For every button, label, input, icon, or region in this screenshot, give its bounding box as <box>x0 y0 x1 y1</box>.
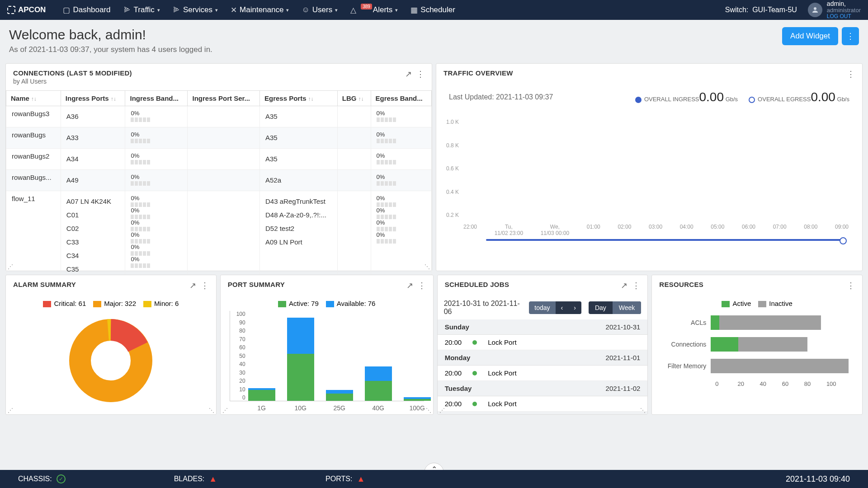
users-icon: ☺ <box>302 5 309 14</box>
col-lbg[interactable]: LBG↑↓ <box>337 91 371 106</box>
nav-scheduler[interactable]: ▦Scheduler <box>404 0 462 20</box>
logout-link[interactable]: LOG OUT <box>827 14 861 19</box>
brand-text: APCON <box>18 5 46 14</box>
user-menu[interactable]: admin, administrator LOG OUT <box>808 0 861 20</box>
date-nav: today ‹ › <box>529 301 581 314</box>
kebab-icon[interactable]: ⋮ <box>847 281 855 291</box>
nav-alerts[interactable]: △389Alerts▾ <box>344 0 404 20</box>
more-actions-button[interactable]: ⋮ <box>842 27 859 45</box>
resize-handle-icon[interactable]: ⋱ <box>426 407 431 413</box>
day-button[interactable]: Day <box>589 301 613 314</box>
check-icon: ✓ <box>57 474 66 483</box>
sched-item[interactable]: 20:00Lock Port <box>438 366 648 381</box>
status-chassis[interactable]: CHASSIS:✓ <box>18 474 66 483</box>
brand-logo[interactable]: APCON <box>7 5 46 14</box>
topbar: APCON ▢Dashboard ⫸Traffic▾ ⫸Services▾ ✕M… <box>0 0 868 20</box>
time-slider[interactable] <box>486 239 844 241</box>
sched-day-header: Wednesday2021-11-03 <box>438 412 648 414</box>
alert-badge: 389 <box>361 4 372 9</box>
status-bar: CHASSIS:✓ BLADES:▲ PORTS:▲ 2021-11-03 09… <box>0 470 868 488</box>
resize-handle-icon[interactable]: ⋱ <box>209 407 214 413</box>
traffic-chart[interactable]: 1.0 K0.8 K0.6 K0.4 K0.2 K 22:00Tu,11/02 … <box>463 119 849 236</box>
col-ingress-band[interactable]: Ingress Band... <box>125 91 188 106</box>
welcome-title: Welcome back, admin! <box>9 27 212 42</box>
connections-title: CONNECTIONS (LAST 5 MODIFIED) <box>13 69 132 77</box>
kebab-icon[interactable]: ⋮ <box>847 69 855 79</box>
col-egress-band[interactable]: Egress Band... <box>371 91 431 106</box>
port-title: PORT SUMMARY <box>228 281 285 288</box>
resize-handle-icon[interactable]: ⋰ <box>8 407 13 413</box>
table-row[interactable]: flow_11A07 LN 4K24KC01C02C33C34C350%0%0%… <box>6 191 432 280</box>
widget-scheduled: SCHEDULED JOBS ↗⋮ 2021-10-31 to 2021-11-… <box>437 275 648 415</box>
date-range: 2021-10-31 to 2021-11-06 <box>444 300 526 316</box>
chevron-down-icon: ▾ <box>157 7 160 13</box>
col-egress-ports[interactable]: Egress Ports↑↓ <box>259 91 337 106</box>
nav-services[interactable]: ⫸Services▾ <box>166 0 224 20</box>
col-ingress-ser[interactable]: Ingress Port Ser... <box>188 91 260 106</box>
avatar <box>808 3 822 17</box>
status-ports[interactable]: PORTS:▲ <box>326 474 365 484</box>
add-widget-button[interactable]: Add Widget <box>782 27 838 45</box>
col-name[interactable]: Name↑↓ <box>6 91 61 106</box>
sched-list[interactable]: Sunday2021-10-3120:00Lock PortMonday2021… <box>438 319 648 414</box>
chevron-down-icon: ▾ <box>286 7 289 13</box>
today-button[interactable]: today <box>529 301 555 314</box>
table-row[interactable]: rowanBugs3A360%A350% <box>6 106 432 127</box>
open-icon[interactable]: ↗ <box>189 281 196 291</box>
open-icon[interactable]: ↗ <box>406 281 413 291</box>
nav-users[interactable]: ☺Users▾ <box>295 0 344 20</box>
prev-button[interactable]: ‹ <box>556 301 569 314</box>
table-row[interactable]: rowanBugs...A490%A52a0% <box>6 170 432 191</box>
open-icon[interactable]: ↗ <box>621 281 627 291</box>
traffic-updated: Last Updated: 2021-11-03 09:37 <box>449 93 553 101</box>
widget-resources: RESOURCES ⋮ Active Inactive ACLsConnecti… <box>651 275 863 415</box>
sched-day-header: Sunday2021-10-31 <box>438 319 648 335</box>
warning-icon: ▲ <box>357 474 365 484</box>
alarm-title: ALARM SUMMARY <box>13 281 76 288</box>
col-ingress-ports[interactable]: Ingress Ports↑↓ <box>61 91 125 106</box>
res-chart[interactable]: ACLsConnectionsFilter Memory020406080100 <box>652 311 862 392</box>
chevron-down-icon: ▾ <box>335 7 338 13</box>
user-role: administrator <box>827 7 861 14</box>
legend-color-icon <box>278 301 286 307</box>
status-blades[interactable]: BLADES:▲ <box>174 474 217 484</box>
alert-icon: △ <box>350 5 356 15</box>
table-row[interactable]: rowanBugs2A340%A350% <box>6 149 432 170</box>
resize-handle-icon[interactable]: ⋰ <box>439 407 445 413</box>
widget-port: PORT SUMMARY ↗⋮ Active: 79 Available: 76… <box>220 275 434 415</box>
next-button[interactable]: › <box>568 301 581 314</box>
welcome-subtext: As of 2021-11-03 09:37, your system has … <box>9 45 212 54</box>
switch-selector[interactable]: Switch: GUI-Team-5U <box>725 6 797 14</box>
nav-traffic[interactable]: ⫸Traffic▾ <box>117 0 166 20</box>
view-toggle: Day Week <box>589 301 641 314</box>
dashboard-icon: ▢ <box>63 5 70 15</box>
kebab-icon[interactable]: ⋮ <box>632 281 640 291</box>
nav-dashboard[interactable]: ▢Dashboard <box>57 0 117 20</box>
footer-time: 2021-11-03 09:40 <box>786 474 850 484</box>
open-icon[interactable]: ↗ <box>405 69 412 79</box>
sched-item[interactable]: 20:00Lock Port <box>438 335 648 350</box>
services-icon: ⫸ <box>173 5 180 14</box>
legend-color-icon <box>758 301 766 307</box>
sched-day-header: Monday2021-11-01 <box>438 350 648 366</box>
resize-handle-icon[interactable]: ⋰ <box>222 407 228 413</box>
svg-point-0 <box>814 7 816 10</box>
connections-subtitle: by All Users <box>13 78 132 85</box>
resize-handle-icon[interactable]: ⋱ <box>640 407 646 413</box>
week-button[interactable]: Week <box>613 301 642 314</box>
alarm-donut[interactable] <box>6 311 216 410</box>
kebab-icon[interactable]: ⋮ <box>416 69 425 79</box>
nav-maintenance[interactable]: ✕Maintenance▾ <box>224 0 295 20</box>
res-title: RESOURCES <box>659 281 703 288</box>
kebab-icon[interactable]: ⋮ <box>201 281 209 291</box>
widget-traffic: TRAFFIC OVERVIEW ⋮ Last Updated: 2021-11… <box>436 63 863 271</box>
dot-icon <box>749 97 755 103</box>
port-chart[interactable]: 1009080706050403020100 1G10G25G40G100G <box>230 311 424 401</box>
warning-icon: ▲ <box>209 474 217 484</box>
resize-handle-icon[interactable]: ⋱ <box>425 263 430 270</box>
resize-handle-icon[interactable]: ⋰ <box>8 263 13 270</box>
kebab-icon[interactable]: ⋮ <box>418 281 426 291</box>
sched-item[interactable]: 20:00Lock Port <box>438 396 648 412</box>
table-row[interactable]: rowanBugsA330%A350% <box>6 127 432 149</box>
traffic-title: TRAFFIC OVERVIEW <box>443 69 513 77</box>
